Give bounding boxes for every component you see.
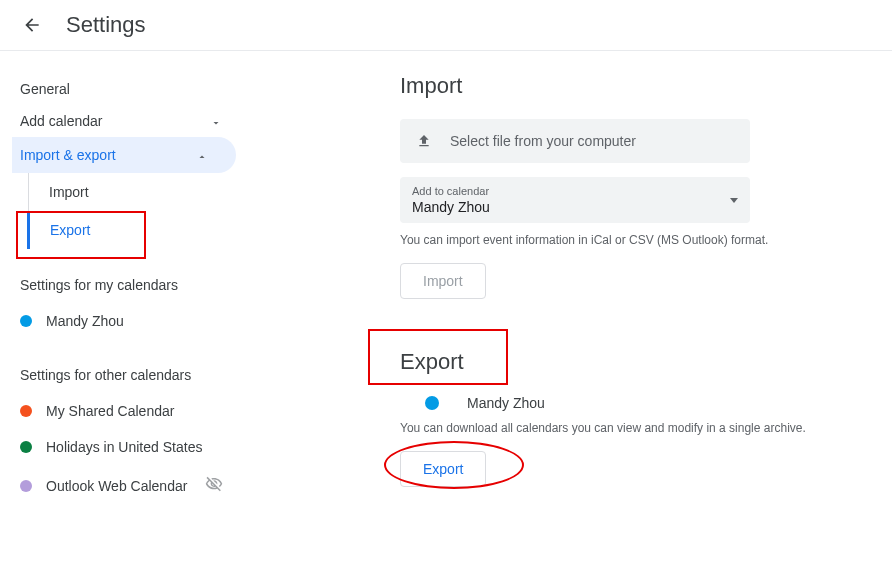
calendar-name: Outlook Web Calendar (46, 478, 187, 494)
calendar-color-dot (20, 405, 32, 417)
sidebar-item-import-export[interactable]: Import & export (12, 137, 236, 173)
main-content: Import Select file from your computer Ad… (250, 51, 892, 506)
sidebar-calendar-item[interactable]: Holidays in United States (20, 429, 250, 465)
annotation-highlight-box (368, 329, 508, 385)
dropdown-label: Add to calendar (412, 185, 490, 197)
select-file-button[interactable]: Select file from your computer (400, 119, 750, 163)
sidebar-label: Import & export (20, 147, 116, 163)
sidebar-item-add-calendar[interactable]: Add calendar (20, 105, 250, 137)
arrow-left-icon (22, 15, 42, 35)
sidebar-item-general[interactable]: General (20, 73, 250, 105)
upload-icon (416, 133, 432, 149)
annotation-highlight-box (16, 211, 146, 259)
add-to-calendar-dropdown[interactable]: Add to calendar Mandy Zhou (400, 177, 750, 223)
calendar-color-dot (20, 480, 32, 492)
import-button[interactable]: Import (400, 263, 486, 299)
back-button[interactable] (20, 13, 44, 37)
import-help-text: You can import event information in iCal… (400, 233, 852, 247)
import-heading: Import (400, 73, 852, 99)
calendar-name: Mandy Zhou (46, 313, 124, 329)
calendar-color-dot (425, 396, 439, 410)
chevron-up-icon (196, 150, 206, 160)
export-help-text: You can download all calendars you can v… (400, 421, 852, 435)
annotation-highlight-ellipse (384, 441, 524, 489)
visibility-off-icon (205, 475, 223, 496)
export-calendar-name: Mandy Zhou (467, 395, 545, 411)
calendar-color-dot (20, 441, 32, 453)
other-calendars-heading: Settings for other calendars (20, 367, 250, 383)
calendar-name: Holidays in United States (46, 439, 202, 455)
dropdown-value: Mandy Zhou (412, 199, 490, 215)
calendar-color-dot (20, 315, 32, 327)
export-calendar-row: Mandy Zhou (400, 395, 852, 411)
subitem-import[interactable]: Import (29, 173, 250, 211)
sidebar-label: Add calendar (20, 113, 103, 129)
sidebar-calendar-item[interactable]: Mandy Zhou (20, 303, 250, 339)
sidebar: General Add calendar Import & export Imp… (0, 51, 250, 506)
settings-header: Settings (0, 0, 892, 51)
sidebar-calendar-item[interactable]: My Shared Calendar (20, 393, 250, 429)
dropdown-triangle-icon (730, 198, 738, 203)
page-title: Settings (66, 12, 146, 38)
chevron-down-icon (210, 116, 220, 126)
sidebar-calendar-item[interactable]: Outlook Web Calendar (20, 465, 250, 506)
import-export-subitems: Import Export (28, 173, 250, 249)
my-calendars-heading: Settings for my calendars (20, 277, 250, 293)
select-file-label: Select file from your computer (450, 133, 636, 149)
calendar-name: My Shared Calendar (46, 403, 174, 419)
